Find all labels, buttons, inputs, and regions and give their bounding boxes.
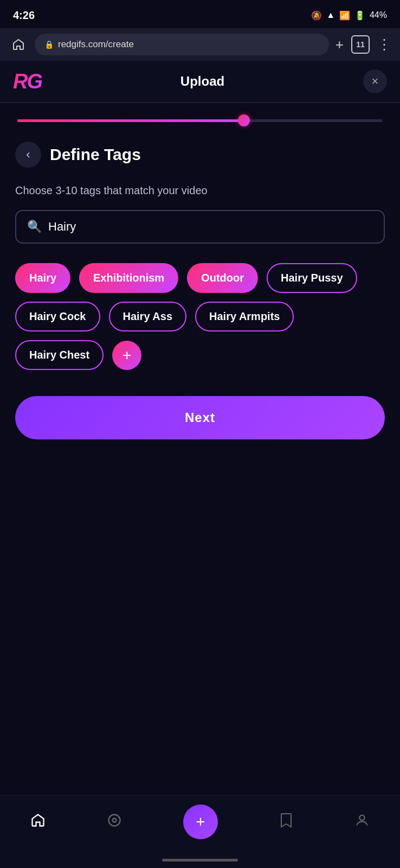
svg-point-2 <box>359 815 364 820</box>
browser-home-icon[interactable] <box>9 35 28 54</box>
tag-item[interactable]: Hairy Armpits <box>195 302 294 331</box>
page-title: Upload <box>180 74 224 89</box>
tag-item[interactable]: Hairy Ass <box>109 302 187 331</box>
nav-home[interactable] <box>30 813 46 832</box>
close-icon: × <box>372 75 379 87</box>
status-bar: 4:26 🔕 ▲ 📶 🔋 44% <box>0 0 400 28</box>
home-nav-icon <box>30 813 46 832</box>
section-title: Define Tags <box>50 145 141 164</box>
app-header: RG Upload × <box>0 61 400 103</box>
menu-dots-icon[interactable]: ⋮ <box>377 36 391 53</box>
tag-item[interactable]: Hairy <box>15 263 70 293</box>
url-bar[interactable]: 🔒 redgifs.com/create <box>35 34 329 55</box>
main-content: ‹ Define Tags Choose 3-10 tags that matc… <box>0 103 400 795</box>
home-indicator <box>0 854 400 868</box>
bookmark-nav-icon <box>279 813 293 832</box>
tags-container: HairyExhibitionismOutdoorHairy PussyHair… <box>15 263 385 370</box>
browser-actions: + 11 ⋮ <box>336 35 391 54</box>
progress-bar <box>15 119 385 122</box>
close-button[interactable]: × <box>363 69 387 93</box>
tag-item[interactable]: Exhibitionism <box>79 263 178 293</box>
nav-add-button[interactable]: + <box>183 805 218 839</box>
home-indicator-bar <box>162 859 238 861</box>
search-box[interactable]: 🔍 <box>15 210 385 244</box>
wifi-icon: ▲ <box>326 10 335 20</box>
bottom-nav: + <box>0 795 400 854</box>
tag-item[interactable]: Hairy Cock <box>15 302 100 331</box>
lock-icon: 🔒 <box>44 40 54 49</box>
progress-track <box>17 119 383 122</box>
next-button[interactable]: Next <box>15 396 385 439</box>
search-input[interactable] <box>48 220 373 234</box>
add-tab-icon[interactable]: + <box>336 36 344 53</box>
back-button[interactable]: ‹ <box>15 142 41 168</box>
status-icons: 🔕 ▲ 📶 🔋 44% <box>311 10 387 21</box>
nav-bookmark[interactable] <box>279 813 293 832</box>
nav-explore[interactable] <box>107 813 122 832</box>
progress-dot <box>238 114 250 126</box>
battery-icon: 🔋 <box>354 10 365 21</box>
app-logo: RG <box>13 70 42 93</box>
progress-fill <box>17 119 244 122</box>
plus-icon: + <box>122 348 131 363</box>
nav-add-icon: + <box>196 813 205 831</box>
subtitle: Choose 3-10 tags that match your video <box>15 183 385 198</box>
svg-point-0 <box>109 814 120 826</box>
status-time: 4:26 <box>13 9 35 22</box>
tab-count[interactable]: 11 <box>351 35 370 54</box>
url-text: redgifs.com/create <box>58 39 134 50</box>
signal-icon: 📶 <box>339 10 350 21</box>
tag-item[interactable]: Hairy Chest <box>15 340 104 370</box>
profile-nav-icon <box>354 813 370 832</box>
back-icon: ‹ <box>26 148 30 162</box>
explore-nav-icon <box>107 813 122 832</box>
browser-bar: 🔒 redgifs.com/create + 11 ⋮ <box>0 28 400 61</box>
mute-icon: 🔕 <box>311 10 322 21</box>
tag-item[interactable]: Outdoor <box>187 263 258 293</box>
define-tags-header: ‹ Define Tags <box>15 142 385 168</box>
add-tag-button[interactable]: + <box>112 341 141 370</box>
search-icon: 🔍 <box>27 220 42 234</box>
nav-profile[interactable] <box>354 813 370 832</box>
tag-item[interactable]: Hairy Pussy <box>267 263 357 293</box>
battery-text: 44% <box>370 10 387 20</box>
svg-point-1 <box>113 818 117 822</box>
